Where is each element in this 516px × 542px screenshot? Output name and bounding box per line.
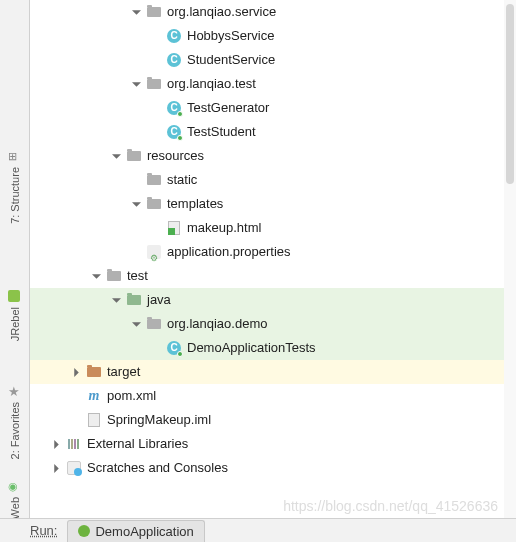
chevron-down-icon[interactable] (130, 198, 142, 210)
run-tab-demoapplication[interactable]: DemoApplication (67, 520, 204, 542)
sidebar-web-label: Web (9, 497, 21, 519)
tool-window-bar: ⊞ 7: Structure JRebel 2: Favorites Web (0, 0, 30, 518)
chevron-right-icon[interactable] (50, 462, 62, 474)
node-label: org.lanqiao.service (167, 0, 276, 24)
test-source-folder-icon (126, 292, 142, 308)
node-label: java (147, 288, 171, 312)
class-icon: C (166, 52, 182, 68)
html-file-icon (166, 220, 182, 236)
iml-file-icon (86, 412, 102, 428)
tree-node-java[interactable]: java (30, 288, 516, 312)
class-icon: C (166, 28, 182, 44)
svg-rect-2 (74, 439, 76, 449)
node-label: Scratches and Consoles (87, 456, 228, 480)
chevron-down-icon[interactable] (110, 150, 122, 162)
node-label: DemoApplicationTests (187, 336, 316, 360)
node-label: HobbysService (187, 24, 274, 48)
class-test-icon: C (166, 340, 182, 356)
node-label: makeup.html (187, 216, 261, 240)
chevron-down-icon[interactable] (130, 6, 142, 18)
node-label: TestStudent (187, 120, 256, 144)
bottom-tool-bar: Run: DemoApplication (0, 518, 516, 542)
node-label: resources (147, 144, 204, 168)
sidebar-jrebel-label: JRebel (9, 307, 21, 341)
node-label: test (127, 264, 148, 288)
sidebar-jrebel[interactable]: JRebel (0, 290, 30, 341)
tree-node-makeup-html[interactable]: makeup.html (30, 216, 516, 240)
tree-node-test[interactable]: test (30, 264, 516, 288)
node-label: StudentService (187, 48, 275, 72)
sidebar-structure-label: 7: Structure (9, 167, 21, 224)
node-label: SpringMakeup.iml (107, 408, 211, 432)
web-icon (8, 480, 22, 494)
project-tree[interactable]: org.lanqiao.service C HobbysService C St… (30, 0, 516, 518)
node-label: org.lanqiao.test (167, 72, 256, 96)
node-label: application.properties (167, 240, 291, 264)
tree-node-resources[interactable]: resources (30, 144, 516, 168)
tree-node-iml[interactable]: SpringMakeup.iml (30, 408, 516, 432)
chevron-right-icon[interactable] (70, 366, 82, 378)
chevron-right-icon[interactable] (50, 438, 62, 450)
spring-boot-icon (78, 525, 90, 537)
class-test-icon: C (166, 124, 182, 140)
properties-file-icon (146, 244, 162, 260)
tree-node-test-student[interactable]: C TestStudent (30, 120, 516, 144)
node-label: target (107, 360, 140, 384)
tree-node-service-pkg[interactable]: org.lanqiao.service (30, 0, 516, 24)
svg-rect-3 (77, 439, 79, 449)
jrebel-icon (8, 290, 22, 304)
resources-folder-icon (126, 148, 142, 164)
run-label: Run: (30, 523, 57, 538)
tree-node-external-libs[interactable]: External Libraries (30, 432, 516, 456)
tree-node-app-props[interactable]: application.properties (30, 240, 516, 264)
run-tab-label: DemoApplication (95, 524, 193, 539)
scrollbar-thumb[interactable] (506, 4, 514, 184)
vertical-scrollbar[interactable] (504, 0, 516, 518)
scratches-icon (66, 460, 82, 476)
star-icon (8, 385, 22, 399)
folder-icon (146, 172, 162, 188)
excluded-folder-icon (86, 364, 102, 380)
tree-node-static[interactable]: static (30, 168, 516, 192)
tree-node-demo-app-tests[interactable]: C DemoApplicationTests (30, 336, 516, 360)
chevron-down-icon[interactable] (130, 78, 142, 90)
chevron-down-icon[interactable] (110, 294, 122, 306)
svg-rect-1 (71, 439, 73, 449)
tree-node-student-service[interactable]: C StudentService (30, 48, 516, 72)
tree-node-pom[interactable]: m pom.xml (30, 384, 516, 408)
node-label: org.lanqiao.demo (167, 312, 267, 336)
folder-icon (106, 268, 122, 284)
structure-icon: ⊞ (8, 150, 22, 164)
node-label: static (167, 168, 197, 192)
tree-node-test-generator[interactable]: C TestGenerator (30, 96, 516, 120)
tree-node-scratches[interactable]: Scratches and Consoles (30, 456, 516, 480)
node-label: templates (167, 192, 223, 216)
svg-rect-0 (68, 439, 70, 449)
folder-icon (146, 196, 162, 212)
tree-node-demo-pkg[interactable]: org.lanqiao.demo (30, 312, 516, 336)
node-label: External Libraries (87, 432, 188, 456)
tree-node-templates[interactable]: templates (30, 192, 516, 216)
tree-node-target[interactable]: target (30, 360, 516, 384)
node-label: pom.xml (107, 384, 156, 408)
package-icon (146, 76, 162, 92)
sidebar-favorites-label: 2: Favorites (9, 402, 21, 459)
node-label: TestGenerator (187, 96, 269, 120)
class-test-icon: C (166, 100, 182, 116)
sidebar-structure[interactable]: ⊞ 7: Structure (0, 150, 30, 224)
chevron-down-icon[interactable] (130, 318, 142, 330)
chevron-down-icon[interactable] (90, 270, 102, 282)
package-icon (146, 316, 162, 332)
libraries-icon (66, 436, 82, 452)
package-icon (146, 4, 162, 20)
tree-node-test-pkg[interactable]: org.lanqiao.test (30, 72, 516, 96)
sidebar-web[interactable]: Web (0, 480, 30, 519)
sidebar-favorites[interactable]: 2: Favorites (0, 385, 30, 459)
maven-icon: m (86, 388, 102, 404)
tree-node-hobbys-service[interactable]: C HobbysService (30, 24, 516, 48)
